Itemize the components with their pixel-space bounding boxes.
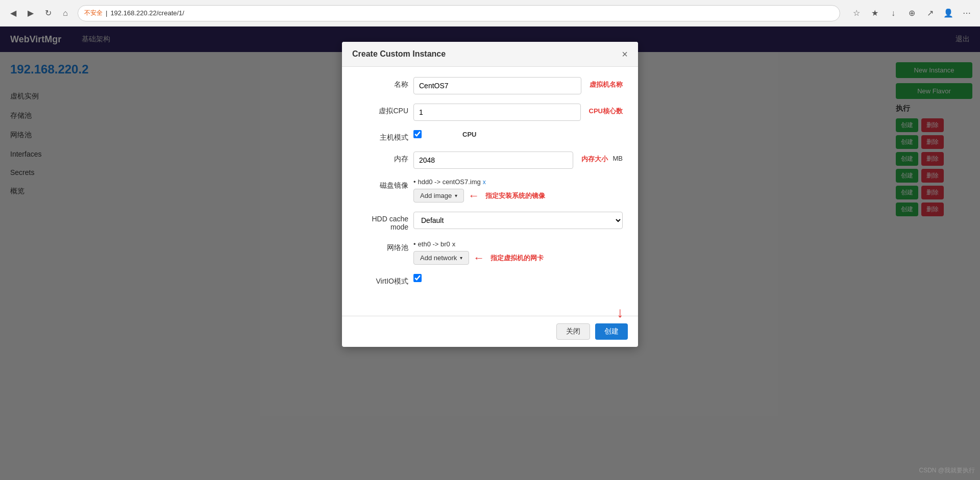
add-network-button[interactable]: Add network ▾ — [413, 251, 469, 265]
extension-icon[interactable]: ⊕ — [904, 6, 919, 20]
disk-content: • hdd0 -> centOS7.img x Add image ▾ ← 指定… — [413, 178, 623, 203]
csdn-watermark: CSDN @我就要执行 — [919, 466, 975, 475]
bullet-icon: • — [413, 178, 416, 186]
modal-title: Create Custom Instance — [352, 49, 446, 59]
add-network-label: Add network — [420, 254, 457, 262]
cpu-label: 虚拟CPU — [357, 104, 408, 116]
add-image-button[interactable]: Add image ▾ — [413, 189, 464, 203]
disk-item-1: • hdd0 -> centOS7.img x — [413, 178, 623, 186]
disk-label: 磁盘镜像 — [357, 178, 408, 190]
dropdown-caret-icon: ▾ — [455, 193, 457, 198]
virtio-label: VirtIO模式 — [357, 274, 408, 286]
name-row: 名称 虚拟机名称 — [357, 77, 623, 94]
down-arrow-icon: ↓ — [617, 306, 624, 320]
share-icon[interactable]: ↗ — [923, 6, 937, 20]
memory-label: 内存 — [357, 151, 408, 164]
disk-remove-link[interactable]: x — [483, 179, 486, 186]
memory-hint: 内存大小 — [581, 151, 608, 164]
modal-body: 名称 虚拟机名称 虚拟CPU CPU核心数 主机模式 CPU 内存 — [342, 67, 638, 306]
bookmark-icon[interactable]: ☆ — [849, 6, 864, 20]
disk-row: 磁盘镜像 • hdd0 -> centOS7.img x Add image ▾… — [357, 178, 623, 203]
network-row: 网络池 • eth0 -> br0 x Add network ▾ ← 指定虚拟… — [357, 240, 623, 265]
memory-unit: MB — [613, 151, 623, 162]
hdd-cache-row: HDD cache mode Default — [357, 212, 623, 231]
cpu-right-label: CPU — [462, 131, 476, 138]
refresh-button[interactable]: ↻ — [41, 6, 55, 20]
name-label: 名称 — [357, 77, 408, 89]
forward-button[interactable]: ▶ — [23, 6, 38, 20]
favorites-icon[interactable]: ★ — [868, 6, 882, 20]
add-image-row: Add image ▾ ← 指定安装系统的镜像 — [413, 189, 623, 203]
cpu-input[interactable] — [413, 104, 581, 121]
add-image-label: Add image — [420, 192, 452, 199]
modal-create-action-button[interactable]: 创建 — [595, 323, 628, 340]
annotation-arrow-network: ← — [473, 251, 484, 265]
name-input[interactable] — [413, 77, 581, 94]
network-item-text: eth0 -> br0 — [418, 240, 450, 248]
network-item-1: • eth0 -> br0 x — [413, 240, 623, 248]
memory-row: 内存 内存大小 MB — [357, 151, 623, 169]
home-button[interactable]: ⌂ — [58, 6, 72, 20]
network-content: • eth0 -> br0 x Add network ▾ ← 指定虚拟机的网卡 — [413, 240, 623, 265]
network-remove-link[interactable]: x — [452, 240, 456, 248]
modal-footer: 关闭 创建 — [342, 316, 638, 347]
network-label: 网络池 — [357, 240, 408, 252]
create-instance-modal: Create Custom Instance × 名称 虚拟机名称 虚拟CPU … — [342, 42, 638, 347]
host-mode-checkbox-row: CPU — [413, 130, 476, 138]
more-icon[interactable]: ⋯ — [960, 6, 974, 20]
host-mode-row: 主机模式 CPU — [357, 130, 623, 142]
browser-bar: ◀ ▶ ↻ ⌂ 不安全 | 192.168.220.22/create/1/ ☆… — [0, 0, 980, 27]
address-bar[interactable]: 不安全 | 192.168.220.22/create/1/ — [78, 5, 840, 21]
annotation-arrow-image: ← — [468, 189, 479, 203]
memory-input[interactable] — [413, 151, 573, 169]
hdd-cache-select[interactable]: Default — [413, 212, 623, 229]
modal-header: Create Custom Instance × — [342, 42, 638, 67]
hdd-cache-label: HDD cache mode — [357, 212, 408, 231]
host-mode-label: 主机模式 — [357, 130, 408, 142]
add-network-row: Add network ▾ ← 指定虚拟机的网卡 — [413, 251, 623, 265]
down-arrow-container: ↓ — [342, 306, 638, 320]
modal-overlay: Create Custom Instance × 名称 虚拟机名称 虚拟CPU … — [0, 27, 980, 480]
name-hint: 虚拟机名称 — [590, 77, 623, 89]
address-separator: | — [106, 9, 107, 17]
dropdown-caret-icon-net: ▾ — [460, 255, 462, 261]
profile-icon[interactable]: 👤 — [941, 6, 955, 20]
disk-item-text: hdd0 -> centOS7.img — [418, 178, 481, 186]
virtio-checkbox[interactable] — [413, 274, 422, 282]
address-text: 192.168.220.22/create/1/ — [110, 9, 184, 17]
host-mode-checkbox[interactable] — [413, 130, 422, 138]
bullet-icon-net: • — [413, 240, 416, 248]
security-warning: 不安全 — [84, 9, 103, 17]
virtio-row: VirtIO模式 — [357, 274, 623, 286]
cpu-hint: CPU核心数 — [589, 104, 623, 116]
modal-close-button[interactable]: × — [622, 49, 628, 59]
back-button[interactable]: ◀ — [6, 6, 20, 20]
annotation-text-image: 指定安装系统的镜像 — [485, 191, 545, 200]
download-icon[interactable]: ↓ — [886, 6, 900, 20]
annotation-text-network: 指定虚拟机的网卡 — [491, 254, 544, 263]
modal-close-action-button[interactable]: 关闭 — [556, 323, 590, 340]
cpu-row: 虚拟CPU CPU核心数 — [357, 104, 623, 121]
